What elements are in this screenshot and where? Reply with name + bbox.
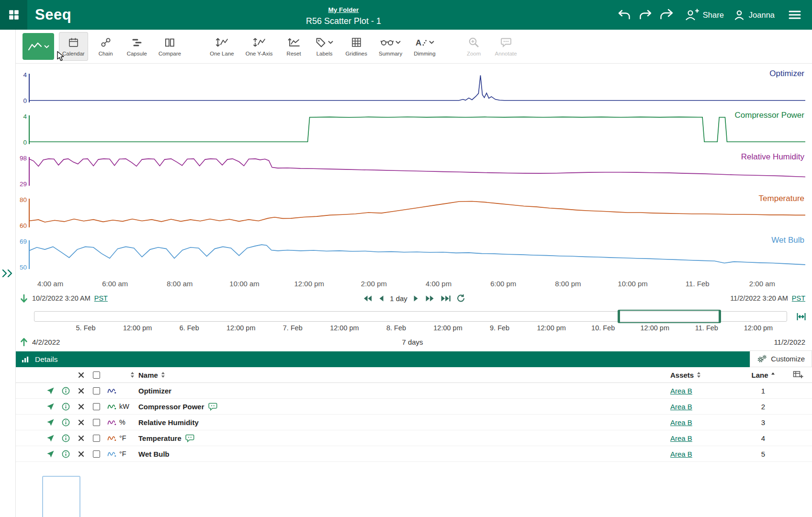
lane-column-header[interactable]: Lane	[751, 371, 768, 379]
comment-icon[interactable]	[185, 434, 194, 442]
toolbar-button-labels[interactable]: Labels	[312, 32, 338, 61]
lane-plot[interactable]: Relative Humidity	[29, 152, 805, 193]
series-label-wet-bulb[interactable]: Wet Bulb	[771, 236, 804, 245]
signal-name[interactable]: Relative Humidity	[138, 418, 199, 427]
toolbar-button-calendar[interactable]: Calendar	[59, 32, 88, 61]
remove-all-icon[interactable]	[78, 372, 84, 378]
lane-plot[interactable]: Optimizer	[29, 68, 805, 110]
lane-plot[interactable]: Compressor Power	[29, 110, 805, 152]
lane-plot[interactable]: Temperature	[29, 193, 805, 235]
app-switcher-button[interactable]	[0, 0, 27, 30]
sort-icon[interactable]	[130, 371, 135, 378]
y-axis-wet-bulb[interactable]: 6950	[16, 235, 29, 277]
remove-item-icon[interactable]	[78, 404, 84, 410]
send-to-display-icon[interactable]	[46, 450, 55, 458]
toolbar-button-trend[interactable]	[23, 33, 54, 60]
chart-lane-optimizer[interactable]: 40Optimizer	[16, 68, 812, 110]
step-forward-large-icon[interactable]	[425, 295, 435, 302]
item-info-icon[interactable]	[62, 450, 70, 458]
details-row-temperature[interactable]: °FTemperatureArea B4	[16, 430, 812, 446]
name-column-header[interactable]: Name	[138, 371, 158, 379]
details-row-relative-humidity[interactable]: %Relative HumidityArea B3	[16, 415, 812, 430]
step-size-label[interactable]: 1 day	[390, 294, 407, 303]
undo-button[interactable]	[616, 6, 633, 23]
series-label-temperature[interactable]: Temperature	[759, 194, 804, 203]
signal-name[interactable]: Optimizer	[138, 387, 171, 395]
toolbar-button-one-lane[interactable]: One Lane	[206, 32, 237, 61]
row-checkbox[interactable]	[93, 435, 100, 442]
details-row-wet-bulb[interactable]: °FWet BulbArea B5	[16, 446, 812, 462]
asset-link[interactable]: Area B	[670, 434, 692, 442]
investigate-duration[interactable]: 7 days	[402, 338, 423, 346]
send-to-display-icon[interactable]	[46, 434, 55, 442]
asset-link[interactable]: Area B	[670, 450, 692, 458]
series-label-relative-humidity[interactable]: Relative Humidity	[741, 152, 804, 162]
toolbar-button-chain[interactable]: Chain	[93, 32, 119, 61]
comment-icon[interactable]	[208, 403, 217, 411]
toolbar-button-one-y-axis[interactable]: One Y-Axis	[242, 32, 276, 61]
x-axis[interactable]: 4:00 am6:00 am8:00 am10:00 am12:00 pm2:0…	[29, 278, 805, 290]
y-axis-optimizer[interactable]: 40	[16, 68, 29, 110]
y-axis-temperature[interactable]: 8060	[16, 193, 29, 235]
forward-button[interactable]	[658, 6, 675, 23]
chart-lane-temperature[interactable]: 8060Temperature	[16, 193, 812, 235]
send-to-display-icon[interactable]	[46, 403, 55, 411]
item-info-icon[interactable]	[62, 434, 70, 442]
investigate-start-text[interactable]: 4/2/2022	[32, 338, 60, 346]
chart-lane-relative-humidity[interactable]: 9829Relative Humidity	[16, 152, 812, 193]
share-button[interactable]: Share	[685, 9, 724, 21]
sort-asc-icon[interactable]	[771, 371, 775, 378]
display-range-window[interactable]	[618, 310, 721, 323]
range-end-text[interactable]: 11/2/2022 3:20 AM	[730, 294, 788, 302]
signal-name[interactable]: Temperature	[138, 434, 181, 442]
range-start-text[interactable]: 10/2/2022 3:20 AM	[32, 294, 90, 302]
step-to-now-icon[interactable]	[440, 295, 451, 302]
remove-item-icon[interactable]	[78, 451, 84, 457]
expand-panels-button[interactable]	[1, 269, 14, 278]
signal-name[interactable]: Compressor Power	[138, 403, 204, 411]
expand-range-icon[interactable]	[20, 337, 28, 347]
item-info-icon[interactable]	[62, 403, 70, 411]
y-axis-relative-humidity[interactable]: 9829	[16, 152, 29, 193]
sort-icon[interactable]	[161, 371, 165, 378]
remove-item-icon[interactable]	[78, 388, 84, 394]
item-info-icon[interactable]	[62, 418, 70, 427]
investigate-end-text[interactable]: 11/2/2022	[774, 338, 805, 346]
send-to-display-icon[interactable]	[46, 418, 55, 427]
toolbar-button-gridlines[interactable]: Gridlines	[342, 32, 371, 61]
y-axis-compressor-power[interactable]: 40	[16, 110, 29, 152]
timebar-expand-icon[interactable]	[796, 312, 806, 321]
row-checkbox[interactable]	[93, 387, 100, 394]
series-label-compressor-power[interactable]: Compressor Power	[735, 111, 805, 120]
auto-update-icon[interactable]	[457, 294, 465, 303]
seeq-logo[interactable]: Seeq	[35, 6, 71, 23]
chart-lane-compressor-power[interactable]: 40Compressor Power	[16, 110, 812, 152]
assets-column-header[interactable]: Assets	[670, 371, 694, 379]
row-checkbox[interactable]	[93, 419, 100, 426]
toolbar-button-capsule[interactable]: Capsule	[124, 32, 150, 61]
lane-plot[interactable]: Wet Bulb	[29, 235, 805, 277]
remove-item-icon[interactable]	[78, 435, 84, 441]
step-back-icon[interactable]	[378, 295, 384, 302]
toolbar-button-summary[interactable]: Summary	[375, 32, 406, 61]
asset-link[interactable]: Area B	[670, 387, 692, 395]
timezone-link[interactable]: PST	[94, 294, 108, 302]
collapse-range-icon[interactable]	[20, 294, 28, 303]
customize-button[interactable]: Customize	[750, 350, 812, 367]
remove-item-icon[interactable]	[78, 419, 84, 426]
add-column-icon[interactable]	[793, 371, 803, 379]
chart-lane-wet-bulb[interactable]: 6950Wet Bulb	[16, 235, 812, 277]
select-all-checkbox[interactable]	[93, 371, 100, 379]
details-row-compressor-power[interactable]: kWCompressor PowerArea B2	[16, 399, 812, 415]
toolbar-button-reset[interactable]: Reset	[281, 32, 307, 61]
step-back-large-icon[interactable]	[362, 295, 372, 302]
breadcrumb[interactable]: My Folder	[328, 6, 359, 13]
timezone-link-end[interactable]: PST	[792, 294, 805, 302]
asset-link[interactable]: Area B	[670, 418, 692, 427]
redo-button[interactable]	[637, 6, 654, 23]
user-menu[interactable]: Joanna	[733, 9, 775, 21]
toolbar-button-dimming[interactable]: ADimming	[410, 32, 439, 61]
main-menu-button[interactable]	[786, 6, 803, 23]
asset-link[interactable]: Area B	[670, 403, 692, 411]
sort-icon[interactable]	[697, 371, 701, 378]
